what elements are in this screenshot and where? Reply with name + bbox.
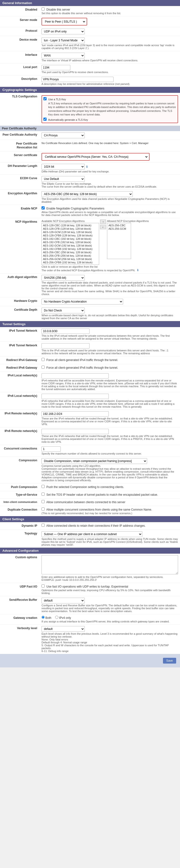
tls-autogen-checkbox[interactable] [43,118,46,121]
ncp-allowed-item-2[interactable]: AES-256-GCM [108,227,130,230]
push-compression-checkbox-label[interactable]: Push the selected Compression setting to… [41,485,124,489]
inter-client-row: Inter-client communication Allow communi… [0,499,180,506]
dh-param-select[interactable]: 1024 bit [41,164,85,169]
redirect-ipv4-checkbox-label[interactable]: Force all client-generated IPv4 traffic … [41,359,118,362]
type-of-service-checkbox[interactable] [41,493,45,496]
ncp-left-arrow[interactable]: ← [100,225,106,229]
ncp-item-4[interactable]: AES-128-CFB8 (128 bit key, 128 bit block… [42,234,98,237]
interface-select[interactable]: WAN [41,53,85,58]
redirect-ipv6-checkbox-label[interactable]: Force all client-generated IPv6 traffic … [41,366,118,369]
enable-ncp-row: Enable NCP Enable Negotiable Cryptograph… [0,205,180,218]
tls-config-value: Use a TLS Key A TLS key enhances securit… [40,93,180,126]
redirect-ipv6-checkbox[interactable] [41,366,45,369]
enable-ncp-checkbox[interactable] [41,206,45,210]
ipv6-tunnel-input[interactable] [41,343,89,348]
server-cert-label: Server certificate [0,152,40,162]
ncp-item-1[interactable]: AES-128-CBC (128 bit key, 128 bit block) [42,224,98,227]
tls-autogen-label[interactable]: Automatically generate a TLS Key [43,118,88,121]
ncp-item-11[interactable]: AES-256-GCM (256 bit key, 128 bit block) [42,257,98,261]
type-of-service-checkbox-label[interactable]: Set the TOS IP header value of tunnel pa… [41,493,158,496]
gateway-both-radio[interactable] [41,616,45,619]
ipv4-local-network-desc: IPv4 networks that will be accessible fr… [41,379,178,391]
dynamic-ip-checkbox[interactable] [41,524,45,527]
gateway-ipv4-radio[interactable] [55,616,58,619]
ncp-item-3[interactable]: AES-128-GCM (128 bit key, 128 bit block) [42,230,98,234]
device-mode-select[interactable]: tun - Layer 3 Tunnel Mode [41,37,85,43]
hardware-crypto-select[interactable]: No Hardware Crypto Acceleration [41,299,123,305]
push-compression-checkbox[interactable] [41,485,45,488]
ncp-item-6[interactable]: AES-192-CFB (192 bit key, 128 bit block) [42,241,98,244]
auth-digest-select[interactable]: SHA256 (256-bit) [41,275,85,281]
ipv6-remote-network-input[interactable] [41,429,109,434]
ncp-left-label: Available NCP Encryption Algorithms [41,220,99,222]
ipv6-tunnel-label: IPv6 Tunnel Network [0,342,40,356]
gateway-ipv4-label[interactable]: IPv4 only [55,616,71,620]
concurrent-connections-value: Specify the maximum number of clients al… [40,445,180,457]
gateway-both-label[interactable]: Both [41,616,51,620]
hardware-crypto-row: Hardware Crypto No Hardware Crypto Accel… [0,297,180,306]
server-cert-select[interactable]: Certificat serveur OpenVPN Provya (Serve… [43,154,148,159]
verbosity-level-select[interactable]: default [41,626,85,632]
local-port-row: Local port The port used by OpenVPN to r… [0,63,180,75]
ipv6-local-network-input[interactable] [41,394,109,399]
ncp-item-2[interactable]: AES-128-CFB (128 bit key, 128 bit block) [42,227,98,230]
ncp-item-8[interactable]: AES-192-CFB8 (192 bit key, 128 bit block… [42,247,98,251]
duplicate-connection-row: Duplicate Connection Allow multiple conc… [0,506,180,516]
ncp-item-7[interactable]: AES-192-GCM (192 bit key, 128 bit block) [42,244,98,247]
ncp-available-list[interactable]: AES-128-CBC (128 bit key, 128 bit block)… [41,223,99,265]
tls-key-checkbox[interactable] [43,97,46,100]
cryptographic-section: Cryptographic Settings TLS Configuration… [0,87,180,321]
ipv4-local-network-input[interactable] [41,373,109,378]
ncp-item-10[interactable]: AES-256-CFB (256 bit key, 128 bit block) [42,254,98,257]
ipv4-tunnel-input[interactable] [41,329,89,334]
concurrent-connections-input[interactable] [41,446,61,452]
enable-ncp-text: Enable Negotiable Cryptographic Paramete… [46,207,104,210]
protocol-select[interactable]: UDP on IPv4 only [41,29,85,34]
topology-select[interactable]: Subnet — One IP address per client in a … [41,531,142,537]
description-input[interactable] [41,77,113,82]
cert-depth-select[interactable]: Do Not Check [41,308,85,313]
ncp-arrows: → ← [100,220,106,229]
send-receive-buffer-select[interactable]: default [41,598,85,603]
local-port-input[interactable] [41,65,70,70]
page-wrapper: General Information Disabled Disable thi… [0,0,180,668]
ipv4-remote-network-input[interactable] [41,411,109,416]
udp-fast-io-checkbox[interactable] [41,584,45,588]
tls-autogen-text: Automatically generate a TLS Key [48,118,88,121]
ncp-allowed-item-1[interactable]: AES-256-CBC [108,224,130,227]
disabled-row: Disabled Disable this server Set this op… [0,6,180,17]
redirect-ipv4-row: Redirect IPv4 Gateway Force all client-g… [0,356,180,364]
disabled-checkbox-label[interactable]: Disable this server [41,8,70,11]
peer-cert-authority-select[interactable]: CA Provya [41,132,85,138]
compression-select[interactable]: Disable Compression, retain compression … [41,458,147,464]
server-mode-select[interactable]: Peer to Peer ( SSL/TLS ) [43,19,86,24]
duplicate-connection-checkbox[interactable] [41,507,45,510]
inter-client-checkbox-label[interactable]: Allow communication between clients conn… [41,500,125,504]
ecdh-select[interactable]: Use Default [41,176,85,182]
udp-fast-io-checkbox-label[interactable]: Use fast I/O operations with UDP writes … [41,585,128,588]
duplicate-connection-checkbox-label[interactable]: Allow multiple concurrent connections fr… [41,508,152,511]
gateway-creation-label: Gateway creation [0,614,40,624]
auth-digest-value: SHA256 (256-bit) The algorithm used to a… [40,274,180,297]
tls-key-label[interactable]: Use a TLS Key [43,98,66,101]
cert-depth-row: Certificate Depth Do Not Check When a ce… [0,306,180,321]
device-mode-desc: 'tun' mode carries IPv4 and IPv6 (OSI la… [41,44,178,50]
inter-client-checkbox[interactable] [41,500,45,503]
ncp-item-9[interactable]: AES-256-CBC (256 bit key, 128 bit block) [42,251,98,254]
peer-cert-authority-row: Peer Certificate Authority CA Provya [0,131,180,140]
ncp-right-arrow[interactable]: → [100,220,106,224]
custom-options-textarea[interactable] [41,555,178,574]
disabled-checkbox[interactable] [41,7,45,10]
ipv6-remote-network-desc: These are the IPv6 networks that will be… [41,435,178,443]
enable-ncp-checkbox-label[interactable]: Enable Negotiable Cryptographic Paramete… [41,207,104,210]
ncp-item-5[interactable]: AES-192-CBC (192 bit key, 128 bit block) [42,237,98,241]
ncp-allowed-list[interactable]: AES-256-CBC AES-256-GCM [107,223,131,259]
redirect-ipv4-checkbox[interactable] [41,358,45,361]
description-label: Description [0,75,40,87]
save-button[interactable]: Save [163,658,176,663]
ncp-item-12[interactable]: AES-256-CFB8 (192 bit key, 128 bit block… [42,261,98,264]
peer-cert-revocation-row: Peer Certificate Revocation list No Cert… [0,140,180,152]
redirect-ipv4-value: Force all client-generated IPv4 traffic … [40,356,180,364]
encryption-algo-select[interactable]: AES-256-CBC (256 bit key, 128 bit block) [41,191,133,197]
dynamic-ip-checkbox-label[interactable]: Allow connected clients to retain their … [41,524,146,527]
